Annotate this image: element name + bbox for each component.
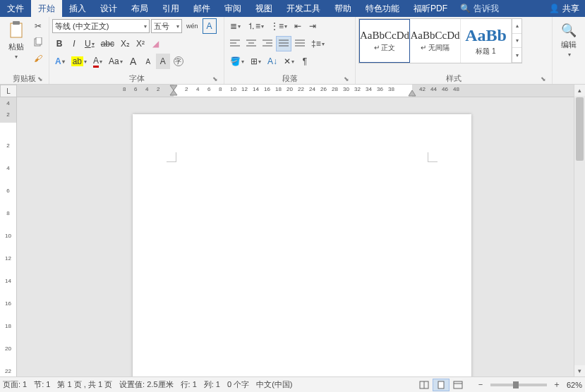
status-page-of[interactable]: 第 1 页 , 共 1 页 xyxy=(57,379,112,390)
show-marks-button[interactable]: ¶ xyxy=(298,54,312,69)
font-launcher[interactable]: ⬊ xyxy=(211,75,219,84)
paragraph-launcher[interactable]: ⬊ xyxy=(342,75,351,84)
style-item-normal[interactable]: AaBbCcDd ↵ 正文 xyxy=(359,19,410,63)
tab-selector[interactable]: L xyxy=(0,85,17,97)
view-read-button[interactable] xyxy=(416,379,433,391)
underline-button[interactable]: U▾ xyxy=(82,36,97,51)
horizontal-ruler[interactable]: 86 42 24 68 1012 1416 1820 2224 2628 303… xyxy=(17,85,574,97)
tab-foxit[interactable]: 福昕PDF xyxy=(406,0,454,17)
change-case-button[interactable]: Aa▾ xyxy=(106,54,126,69)
asian-layout-button[interactable]: ✕▾ xyxy=(281,54,297,69)
vertical-scrollbar[interactable]: ▴ ▾ xyxy=(574,85,585,376)
document-area[interactable] xyxy=(17,97,574,376)
cut-button[interactable]: ✂ xyxy=(30,18,46,34)
tab-references[interactable]: 引用 xyxy=(155,0,186,17)
align-right-button[interactable] xyxy=(260,36,275,51)
chevron-down-icon: ▾ xyxy=(261,23,264,30)
gallery-down-button[interactable]: ▾ xyxy=(512,34,521,49)
styles-launcher[interactable]: ⬊ xyxy=(539,75,548,84)
tab-view[interactable]: 视图 xyxy=(248,0,279,17)
zoom-in-button[interactable]: ＋ xyxy=(550,377,564,393)
tab-devtools[interactable]: 开发工具 xyxy=(279,0,327,17)
scroll-down-button[interactable]: ▾ xyxy=(574,365,585,376)
format-painter-button[interactable]: 🖌 xyxy=(30,51,46,66)
zoom-value[interactable]: 62% xyxy=(567,381,582,389)
editing-button[interactable]: 🔍 编辑 ▾ xyxy=(555,18,582,62)
char-shading-button[interactable]: A xyxy=(156,54,170,69)
zoom-out-button[interactable]: － xyxy=(474,377,488,393)
subscript-button[interactable]: X₂ xyxy=(118,36,133,51)
zoom-slider[interactable] xyxy=(490,384,547,386)
grow-font-button[interactable]: A xyxy=(126,54,140,69)
editing-label: 编辑 xyxy=(561,39,577,50)
char-border-button[interactable]: A xyxy=(203,18,217,34)
decrease-indent-button[interactable]: ⇤ xyxy=(291,18,305,34)
shading-button[interactable]: 🪣▾ xyxy=(227,54,247,69)
tab-special[interactable]: 特色功能 xyxy=(358,0,406,17)
align-center-button[interactable] xyxy=(243,36,259,51)
tab-design[interactable]: 设计 xyxy=(93,0,124,17)
tab-file[interactable]: 文件 xyxy=(0,0,31,17)
status-col[interactable]: 列: 1 xyxy=(204,379,220,390)
scroll-thumb[interactable] xyxy=(576,97,584,161)
style-preview: AaBbCcDd xyxy=(360,30,409,42)
page[interactable] xyxy=(133,114,471,376)
zoom-thumb[interactable] xyxy=(513,381,519,388)
tab-layout[interactable]: 布局 xyxy=(124,0,155,17)
status-setting[interactable]: 设置值: 2.5厘米 xyxy=(119,379,173,390)
svg-rect-3 xyxy=(36,37,42,44)
tab-review[interactable]: 审阅 xyxy=(217,0,248,17)
status-section[interactable]: 节: 1 xyxy=(34,379,50,390)
status-words[interactable]: 0 个字 xyxy=(227,379,249,390)
vertical-ruler[interactable]: 4 2 2 4 6 8 10 12 14 16 18 20 22 xyxy=(0,97,17,376)
status-page[interactable]: 页面: 1 xyxy=(3,379,27,390)
numbering-button[interactable]: ⒈≡▾ xyxy=(244,18,267,34)
align-justify-button[interactable] xyxy=(276,36,291,51)
status-line[interactable]: 行: 1 xyxy=(181,379,197,390)
italic-button[interactable]: I xyxy=(67,36,81,51)
increase-indent-button[interactable]: ⇥ xyxy=(306,18,320,34)
scroll-up-button[interactable]: ▴ xyxy=(574,85,585,96)
align-distribute-button[interactable] xyxy=(292,36,308,51)
gallery-up-button[interactable]: ▴ xyxy=(512,19,521,34)
line-spacing-button[interactable]: ‡≡▾ xyxy=(308,36,327,51)
paste-button[interactable]: 粘贴 ▾ xyxy=(3,18,29,62)
highlight-button[interactable]: ab▾ xyxy=(68,54,90,69)
view-web-button[interactable] xyxy=(450,379,466,391)
font-name-combo[interactable]: 等线 (中文正文)▾ xyxy=(52,19,150,33)
style-item-heading1[interactable]: AaBb 标题 1 xyxy=(461,19,512,63)
tab-mail[interactable]: 邮件 xyxy=(186,0,217,17)
superscript-button[interactable]: X² xyxy=(133,36,147,51)
align-left-button[interactable] xyxy=(227,36,243,51)
font-size-combo[interactable]: 五号▾ xyxy=(151,19,182,33)
tell-me-search[interactable]: 🔍 告诉我 xyxy=(454,0,505,17)
status-lang[interactable]: 中文(中国) xyxy=(256,379,292,390)
sort-button[interactable]: A↓ xyxy=(265,54,280,69)
enclose-char-button[interactable]: 字 xyxy=(171,54,186,69)
multilevel-button[interactable]: ⋮≡▾ xyxy=(267,18,290,34)
bold-button[interactable]: B xyxy=(52,36,66,51)
font-color-button[interactable]: A▾ xyxy=(90,54,105,69)
bullets-button[interactable]: ≣▾ xyxy=(227,18,243,34)
copy-button[interactable] xyxy=(30,35,46,50)
search-icon: 🔍 xyxy=(460,4,471,13)
strikethrough-button[interactable]: abc xyxy=(98,36,117,51)
tab-insert[interactable]: 插入 xyxy=(62,0,93,17)
right-indent-marker[interactable] xyxy=(408,90,416,97)
style-item-no-spacing[interactable]: AaBbCcDd ↵ 无间隔 xyxy=(410,19,461,63)
phonetic-guide-button[interactable]: wén xyxy=(183,18,201,34)
chevron-down-icon: ▾ xyxy=(120,59,123,65)
borders-button[interactable]: ⊞▾ xyxy=(248,54,264,69)
clipboard-launcher[interactable]: ⬊ xyxy=(36,75,44,84)
shrink-font-button[interactable]: A xyxy=(141,54,155,69)
first-line-indent-marker[interactable] xyxy=(169,85,178,96)
tab-home[interactable]: 开始 xyxy=(31,0,62,17)
view-print-button[interactable] xyxy=(433,379,450,391)
text-effects-button[interactable]: A▾ xyxy=(52,54,68,69)
gallery-more-button[interactable]: ▾ xyxy=(512,48,521,63)
share-button[interactable]: 👤 共享 xyxy=(543,0,585,17)
clear-formatting-button[interactable]: ◢ xyxy=(148,36,162,51)
tab-help[interactable]: 帮助 xyxy=(327,0,358,17)
left-gutter: L 4 2 2 4 6 8 10 12 14 16 18 20 22 xyxy=(0,85,17,376)
scroll-track[interactable] xyxy=(574,96,585,365)
